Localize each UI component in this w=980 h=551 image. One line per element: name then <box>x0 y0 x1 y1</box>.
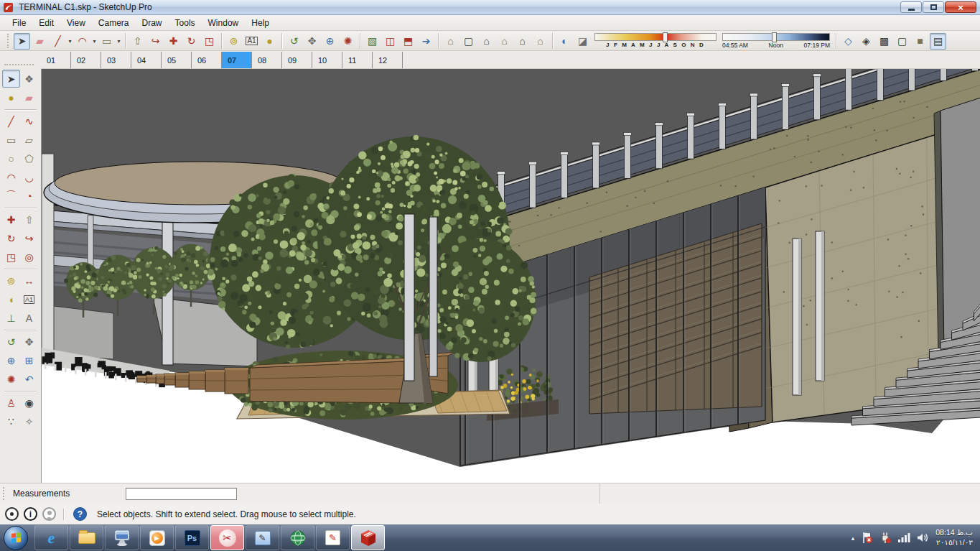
zoom-extents-icon[interactable]: ✺ <box>340 33 356 50</box>
palette-walk-icon[interactable]: ∵ <box>2 412 20 430</box>
taskbar-web-browser[interactable] <box>281 525 314 550</box>
restore-button[interactable] <box>923 1 944 13</box>
taskbar-photoshop[interactable]: Ps <box>175 525 209 550</box>
shadow-date-slider[interactable]: J F M A M J J A S O N D <box>594 33 717 49</box>
palette-select-icon[interactable]: ➤ <box>2 70 20 88</box>
palette-position-camera-icon[interactable]: ♙ <box>2 394 20 412</box>
taskbar-notes-app[interactable]: ✎ <box>246 525 279 550</box>
paint-bucket-tool-icon[interactable]: ● <box>261 33 278 50</box>
palette-eraser-icon[interactable]: ▰ <box>20 88 38 106</box>
tray-clock[interactable]: 08:14 ب.ظ ٢٠١٥/١١/٠٣ <box>935 528 973 547</box>
palette-scale-icon[interactable]: ◳ <box>2 248 20 266</box>
view-front-icon[interactable]: ⌂ <box>478 33 495 50</box>
volume-icon[interactable] <box>917 532 929 543</box>
palette-follow-me-icon[interactable]: ↪ <box>20 229 38 247</box>
palette-section-plane-icon[interactable]: ✧ <box>20 412 38 430</box>
scene-tab-09[interactable]: 09 <box>282 52 312 68</box>
date-slider-thumb[interactable] <box>663 32 668 42</box>
orbit-tool-icon[interactable]: ↺ <box>286 33 302 50</box>
palette-three-point-arc-icon[interactable]: ⌒ <box>2 187 20 205</box>
palette-zoom-previous-icon[interactable]: ↶ <box>20 370 38 388</box>
send-to-layout-icon[interactable]: ➔ <box>418 33 434 50</box>
minimize-button[interactable] <box>900 1 922 13</box>
rectangle-tool-icon[interactable]: ▭ <box>98 33 115 50</box>
palette-freehand-icon[interactable]: ∿ <box>20 112 38 130</box>
palette-look-around-icon[interactable]: ◉ <box>20 394 38 412</box>
text-tool-icon[interactable]: A1 <box>243 33 260 50</box>
taskbar-internet-explorer[interactable]: e <box>34 525 68 550</box>
zoom-tool-icon[interactable]: ⊕ <box>322 33 338 50</box>
model-viewport[interactable] <box>41 69 980 483</box>
help-icon[interactable]: ? <box>73 507 87 521</box>
view-top-icon[interactable]: ▢ <box>460 33 477 50</box>
palette-rotate-icon[interactable]: ↻ <box>2 229 20 247</box>
palette-orbit-icon[interactable]: ↺ <box>2 333 20 351</box>
palette-protractor-icon[interactable]: ◖ <box>2 290 20 308</box>
eraser-tool-icon[interactable]: ▰ <box>32 33 48 50</box>
taskbar-sketchup-active[interactable] <box>351 525 385 550</box>
menu-draw[interactable]: Draw <box>136 17 169 29</box>
rectangle-tool-dropdown-icon[interactable]: ▾ <box>116 33 122 50</box>
menu-file[interactable]: File <box>6 17 32 29</box>
get-models-icon[interactable]: ◫ <box>382 33 398 50</box>
scene-tab-12[interactable]: 12 <box>373 52 403 68</box>
arc-tool-icon[interactable]: ◠ <box>74 33 90 50</box>
palette-arc-icon[interactable]: ◠ <box>2 168 20 186</box>
action-center-flag-icon[interactable] <box>861 532 873 544</box>
menu-tools[interactable]: Tools <box>169 17 202 29</box>
follow-me-tool-icon[interactable]: ↪ <box>147 33 164 50</box>
rotate-tool-icon[interactable]: ↻ <box>183 33 200 50</box>
scene-tab-04[interactable]: 04 <box>131 52 162 68</box>
menu-view[interactable]: View <box>60 17 92 29</box>
close-button[interactable]: × <box>945 1 976 13</box>
style-hidden-line-icon[interactable]: ▢ <box>894 33 910 50</box>
scene-tab-05[interactable]: 05 <box>162 52 192 68</box>
arc-tool-dropdown-icon[interactable]: ▾ <box>91 33 98 50</box>
palette-make-component-icon[interactable]: ❖ <box>20 70 38 88</box>
palette-axes-icon[interactable]: ⊥ <box>2 309 20 327</box>
taskbar-remote-desktop[interactable] <box>105 525 139 550</box>
start-button[interactable] <box>4 526 28 550</box>
palette-rotated-rectangle-icon[interactable]: ▱ <box>20 131 38 149</box>
style-shaded-icon[interactable]: ■ <box>912 33 928 50</box>
menu-camera[interactable]: Camera <box>92 17 136 29</box>
view-left-icon[interactable]: ⌂ <box>532 33 549 50</box>
power-plug-icon[interactable] <box>879 532 891 544</box>
palette-offset-icon[interactable]: ◎ <box>20 248 38 266</box>
scene-tab-03[interactable]: 03 <box>101 52 131 68</box>
palette-pan-icon[interactable]: ✥ <box>20 333 38 351</box>
scene-tab-01[interactable]: 01 <box>41 52 71 68</box>
tape-measure-tool-icon[interactable]: ⊚ <box>225 33 242 50</box>
scene-tab-08[interactable]: 08 <box>252 52 282 68</box>
palette-line-icon[interactable]: ╱ <box>2 112 20 130</box>
menu-window[interactable]: Window <box>202 17 246 29</box>
taskbar-media-player[interactable]: ▶ <box>140 525 174 550</box>
palette-zoom-window-icon[interactable]: ⊞ <box>20 351 38 369</box>
style-back-edges-icon[interactable]: ◈ <box>858 33 874 50</box>
style-wireframe-icon[interactable]: ▩ <box>876 33 892 50</box>
palette-move-icon[interactable]: ✚ <box>2 210 20 228</box>
palette-polygon-icon[interactable]: ⬠ <box>20 149 38 167</box>
palette-circle-icon[interactable]: ○ <box>2 149 20 167</box>
style-xray-icon[interactable]: ◇ <box>840 33 857 50</box>
palette-two-point-arc-icon[interactable]: ◡ <box>20 168 38 186</box>
geolocation-icon[interactable] <box>5 507 19 521</box>
palette-paint-bucket-icon[interactable]: ● <box>2 88 20 106</box>
shadow-time-slider[interactable]: 04:55 AM Noon 07:19 PM <box>722 33 830 49</box>
palette-zoom-icon[interactable]: ⊕ <box>2 351 20 369</box>
palette-dimension-icon[interactable]: ↔ <box>20 272 38 290</box>
pan-tool-icon[interactable]: ✥ <box>304 33 320 50</box>
line-tool-icon[interactable]: ╱ <box>50 33 66 50</box>
palette-push-pull-icon[interactable]: ⇧ <box>20 210 38 228</box>
shadow-toggle-icon[interactable]: ◪ <box>574 33 591 50</box>
line-tool-dropdown-icon[interactable]: ▾ <box>67 33 73 50</box>
view-right-icon[interactable]: ⌂ <box>496 33 513 50</box>
add-location-icon[interactable]: ▧ <box>364 33 381 50</box>
menu-help[interactable]: Help <box>245 17 276 29</box>
measurements-input[interactable] <box>126 488 237 500</box>
scene-tab-10[interactable]: 10 <box>312 52 342 68</box>
view-iso-icon[interactable]: ⌂ <box>442 33 459 50</box>
push-pull-tool-icon[interactable]: ⇧ <box>129 33 146 50</box>
show-hidden-icons[interactable]: ▴ <box>851 534 855 542</box>
scale-tool-icon[interactable]: ◳ <box>201 33 218 50</box>
